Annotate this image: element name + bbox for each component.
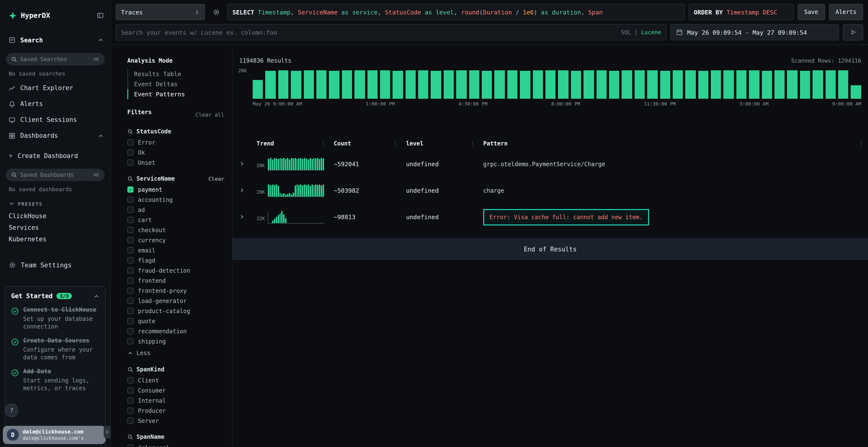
filter-option-producer[interactable]: Producer [127,406,227,416]
filter-checkbox[interactable] [127,398,133,404]
sidebar-collapse-icon[interactable] [97,12,104,19]
filter-option-consumer[interactable]: Consumer [127,385,227,396]
filter-option-frontend-proxy[interactable]: frontend-proxy [127,286,227,296]
filter-option-internal[interactable]: Internal [127,396,227,406]
team-settings-button[interactable]: Team Settings [0,257,111,273]
create-dashboard-button[interactable]: + Create Dashboard [0,148,111,163]
pattern-row[interactable]: 28K~503982undefinedcharge [232,177,868,204]
sidebar-section-search[interactable]: Search [0,33,111,47]
analysis-mode-event-patterns[interactable]: Event Patterns [127,89,227,99]
highlighted-pattern[interactable]: Error: Visa cache full: cannot add new i… [483,209,649,225]
filter-clear-button[interactable]: Clear [208,176,227,182]
filter-option-ad[interactable]: ad [127,205,227,215]
column-handle-icon[interactable]: ⋮ [393,140,406,147]
analysis-mode-results-table[interactable]: Results Table [127,69,227,79]
chevron-up-icon[interactable] [94,293,99,299]
sidebar-expand-handle[interactable] [104,426,111,438]
filter-option-accounting[interactable]: accounting [127,195,227,205]
filter-checkbox[interactable] [127,139,133,145]
filter-checkbox[interactable] [127,267,133,274]
filter-checkbox[interactable] [127,287,133,294]
chevron-up-icon[interactable] [98,37,104,43]
column-header-level[interactable]: level ⋮ [406,136,483,151]
filter-checkbox[interactable] [127,149,133,156]
clear-all-filters-button[interactable]: Clear all [195,111,227,118]
pattern-row[interactable]: 28K~592041undefinedgrpc.oteldemo.Payment… [232,151,868,177]
filter-option-recommendation[interactable]: recommendation [127,326,227,336]
user-menu[interactable]: D dale@clickhouse.com dale@clickhouse.co… [3,426,105,444]
preset-clickhouse[interactable]: ClickHouse [0,210,111,221]
filter-checkbox[interactable] [127,328,133,334]
filter-checkbox[interactable]: ✓ [127,186,133,193]
filter-option-flagd[interactable]: flagd [127,255,227,265]
get-started-item[interactable]: Add DataStart sending logs, metrics, or … [11,368,99,392]
filter-checkbox[interactable] [127,197,133,203]
column-handle-icon[interactable]: ⋮ [320,140,334,147]
filter-option-load-generator[interactable]: load-generator [127,296,227,306]
filter-checkbox[interactable] [127,318,133,324]
sql-toggle[interactable]: SQL [621,29,631,36]
sql-select-editor[interactable]: SELECT Timestamp, ServiceName as service… [227,4,684,20]
presets-toggle[interactable]: PRESETS [0,198,111,210]
order-by-editor[interactable]: ORDER BY Timestamp DESC [688,4,794,20]
get-started-item[interactable]: Connect to ClickHouseSet up your databas… [11,306,99,331]
lucene-toggle[interactable]: Lucene [641,29,661,36]
row-expand-chevron[interactable] [239,186,256,195]
filter-option-payment[interactable]: ✓payment [127,184,227,195]
alerts-button[interactable]: Alerts [829,4,863,20]
filter-option-error[interactable]: Error [127,137,227,147]
filter-checkbox[interactable] [127,408,133,414]
preset-kubernetes[interactable]: Kubernetes [0,233,111,245]
filter-checkbox[interactable] [127,308,133,314]
sidebar-item-dashboards[interactable]: Dashboards [0,128,111,143]
filter-checkbox[interactable] [127,160,133,166]
column-handle-icon[interactable]: ⋮ [470,140,483,147]
filter-option-unset[interactable]: Unset [127,158,227,168]
filter-checkbox[interactable] [127,257,133,264]
search-input[interactable] [121,29,616,36]
get-started-header[interactable]: Get Started 3/3 [11,293,99,300]
filter-option-server[interactable]: Server [127,416,227,426]
filter-option-email[interactable]: email [127,245,227,255]
analysis-mode-event-deltas[interactable]: Event Deltas [127,79,227,89]
source-settings-button[interactable] [209,4,223,20]
filter-option-quote[interactable]: quote [127,316,227,326]
row-expand-chevron[interactable] [239,212,256,221]
filter-checkbox[interactable] [127,247,133,253]
events-histogram[interactable]: 28K May 26 9:00:00 AM1:00:00 PM4:30:00 P… [232,69,868,106]
search-bar[interactable]: SQL | Lucene [116,24,666,40]
filter-checkbox[interactable] [127,217,133,223]
help-button[interactable]: ? [5,404,18,417]
table-options-icon[interactable]: ⋮ [851,140,864,147]
filter-option-fraud-detection[interactable]: fraud-detection [127,265,227,276]
filter-option-checkout[interactable]: checkout [127,225,227,235]
column-header-trend[interactable]: Trend ⋮ [256,136,334,151]
column-header-count[interactable]: Count ⋮ [334,136,406,151]
save-button[interactable]: Save [797,4,825,20]
get-started-item[interactable]: Create Data SourcesConfigure where your … [11,337,99,361]
show-less-button[interactable]: Less [127,347,227,358]
saved-searches-input[interactable]: Saved Searches ⌘K [6,53,105,66]
filter-option-product-catalog[interactable]: product-catalog [127,306,227,316]
sidebar-item-client-sessions[interactable]: Client Sessions [0,112,111,128]
date-range-picker[interactable]: May 26 09:09:54 - May 27 09:09:54 [670,24,839,40]
filter-checkbox[interactable] [127,445,133,447]
pattern-row[interactable]: 22K~98813undefinedError: Visa cache full… [232,204,868,230]
filter-checkbox[interactable] [127,298,133,304]
preset-services[interactable]: Services [0,221,111,233]
source-select[interactable]: Traces [116,4,205,20]
filter-option-client[interactable]: Client [127,375,227,385]
filter-option-cart[interactable]: cart [127,215,227,225]
filter-checkbox[interactable] [127,277,133,284]
filter-option-frontend[interactable]: frontend [127,276,227,286]
filter-checkbox[interactable] [127,338,133,344]
column-header-pattern[interactable]: Pattern [483,136,851,151]
filter-checkbox[interactable] [127,418,133,424]
filter-option-closure[interactable]: {closure} [127,443,227,447]
filter-option-currency[interactable]: currency [127,235,227,245]
filter-checkbox[interactable] [127,227,133,233]
language-toggle[interactable]: SQL | Lucene [616,29,661,36]
sidebar-item-alerts[interactable]: Alerts [0,96,111,112]
row-expand-chevron[interactable] [239,160,256,169]
filter-option-ok[interactable]: Ok [127,147,227,158]
